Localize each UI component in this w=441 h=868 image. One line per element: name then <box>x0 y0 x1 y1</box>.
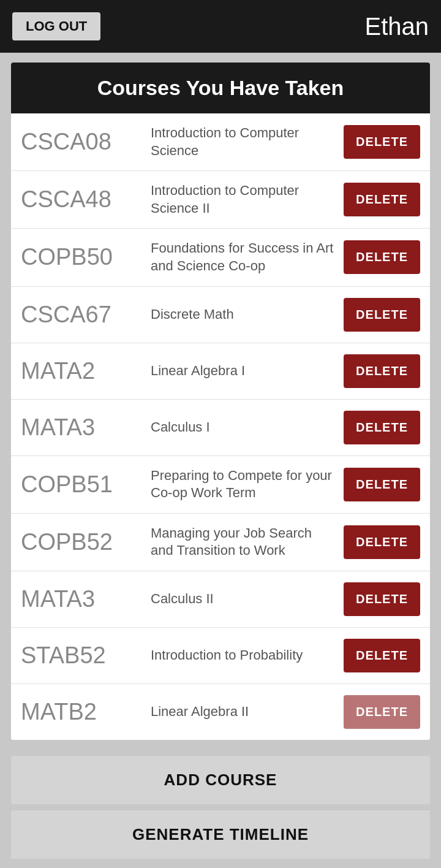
delete-course-button[interactable]: DELETE <box>344 411 420 444</box>
logout-button[interactable]: LOG OUT <box>12 12 100 40</box>
delete-course-button[interactable]: DELETE <box>344 639 420 672</box>
course-name: Introduction to Computer Science II <box>143 182 344 217</box>
course-list: CSCA08Introduction to Computer ScienceDE… <box>11 113 430 740</box>
course-name: Discrete Math <box>143 306 344 324</box>
course-name: Introduction to Probability <box>143 647 344 664</box>
course-row: MATB2Linear Algebra IIDELETE <box>11 684 430 740</box>
course-row: COPB50Foundations for Success in Art and… <box>11 229 430 286</box>
delete-course-button[interactable]: DELETE <box>344 695 420 729</box>
course-code: COPB50 <box>21 244 143 270</box>
course-name: Preparing to Compete for your Co-op Work… <box>143 467 344 502</box>
delete-course-button[interactable]: DELETE <box>344 525 420 559</box>
course-code: MATA3 <box>21 586 143 612</box>
delete-course-button[interactable]: DELETE <box>344 354 420 388</box>
delete-course-button[interactable]: DELETE <box>344 125 420 159</box>
course-row: MATA3Calculus IDELETE <box>11 400 430 456</box>
course-name: Linear Algebra I <box>143 362 344 380</box>
main-container: Courses You Have Taken CSCA08Introductio… <box>0 53 441 750</box>
course-name: Calculus I <box>143 419 344 436</box>
course-row: COPB51Preparing to Compete for your Co-o… <box>11 456 430 514</box>
course-code: CSCA48 <box>21 186 143 213</box>
course-name: Calculus II <box>143 590 344 608</box>
course-row: MATA2Linear Algebra IDELETE <box>11 343 430 400</box>
delete-course-button[interactable]: DELETE <box>344 240 420 274</box>
user-name: Ethan <box>364 13 429 40</box>
delete-course-button[interactable]: DELETE <box>344 468 420 501</box>
header: LOG OUT Ethan <box>0 0 441 53</box>
delete-course-button[interactable]: DELETE <box>344 582 420 616</box>
course-code: COPB52 <box>21 529 143 555</box>
course-row: COPB52Managing your Job Search and Trans… <box>11 514 430 571</box>
course-name: Managing your Job Search and Transition … <box>143 525 344 560</box>
course-row: STAB52Introduction to ProbabilityDELETE <box>11 628 430 684</box>
delete-course-button[interactable]: DELETE <box>344 183 420 216</box>
course-code: COPB51 <box>21 471 143 498</box>
course-name: Linear Algebra II <box>143 703 344 721</box>
course-row: CSCA67Discrete MathDELETE <box>11 287 430 343</box>
course-code: CSCA67 <box>21 302 143 328</box>
course-row: MATA3Calculus IIDELETE <box>11 571 430 628</box>
add-course-button[interactable]: ADD COURSE <box>11 756 430 804</box>
course-name: Foundations for Success in Art and Scien… <box>143 240 344 275</box>
course-row: CSCA48Introduction to Computer Science I… <box>11 171 430 229</box>
bottom-buttons: ADD COURSE GENERATE TIMELINE <box>0 750 441 865</box>
course-row: CSCA08Introduction to Computer ScienceDE… <box>11 113 430 171</box>
course-code: STAB52 <box>21 642 143 669</box>
courses-card: Courses You Have Taken CSCA08Introductio… <box>11 63 430 740</box>
course-code: MATA2 <box>21 358 143 384</box>
course-name: Introduction to Computer Science <box>143 124 344 159</box>
page-title: Courses You Have Taken <box>97 76 344 99</box>
card-header: Courses You Have Taken <box>11 63 430 113</box>
generate-timeline-button[interactable]: GENERATE TIMELINE <box>11 810 430 859</box>
course-code: MATB2 <box>21 699 143 725</box>
course-code: MATA3 <box>21 414 143 441</box>
delete-course-button[interactable]: DELETE <box>344 298 420 332</box>
course-code: CSCA08 <box>21 129 143 155</box>
